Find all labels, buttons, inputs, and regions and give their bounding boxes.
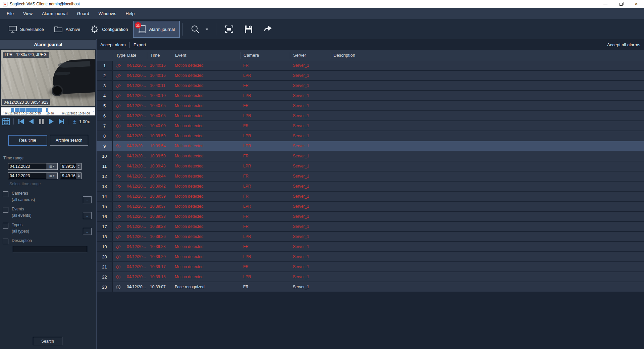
event-cell: Motion detected bbox=[172, 103, 240, 108]
date-cell: 04/12/20... bbox=[124, 214, 147, 219]
description-checkbox[interactable] bbox=[3, 239, 8, 244]
time-to-spinner[interactable] bbox=[76, 173, 81, 179]
timeline-scrubber[interactable]: ‹ › 04/12/2023 10:24:06 10:35 10:40 04/1… bbox=[1, 107, 95, 115]
fullscreen-button[interactable] bbox=[219, 21, 239, 38]
play-button[interactable] bbox=[47, 118, 55, 125]
alarm-journal-button[interactable]: 22 Alarm journal bbox=[133, 21, 180, 38]
time-cell: 10:39:37 bbox=[147, 204, 172, 209]
column-header-type[interactable]: Type bbox=[113, 52, 124, 59]
date-to-input[interactable]: 04.12.2023 ▦ ▾ bbox=[8, 172, 58, 179]
table-row[interactable]: 5!04/12/20...10:40:05Motion detectedFRSe… bbox=[97, 101, 644, 111]
date-cell: 04/12/20... bbox=[124, 164, 147, 168]
cameras-checkbox[interactable] bbox=[3, 191, 8, 197]
column-header-index[interactable] bbox=[97, 52, 113, 59]
column-header-server[interactable]: Server bbox=[290, 52, 330, 59]
time-cell: 10:39:59 bbox=[147, 134, 172, 138]
menu-view[interactable]: View bbox=[18, 8, 37, 19]
table-row[interactable]: 3!04/12/20...10:40:11Motion detectedFRSe… bbox=[97, 81, 644, 91]
camera-cell: FR bbox=[240, 154, 290, 158]
column-header-description[interactable]: Description bbox=[330, 52, 644, 59]
table-row[interactable]: 16!04/12/20...10:39:33Motion detectedFRS… bbox=[97, 212, 644, 222]
menu-guard[interactable]: Guard bbox=[72, 8, 94, 19]
table-row[interactable]: 8!04/12/20...10:39:59Motion detectedLPRS… bbox=[97, 131, 644, 141]
table-row[interactable]: 14!04/12/20...10:39:39Motion detectedFRS… bbox=[97, 192, 644, 202]
type-cell: ! bbox=[113, 235, 124, 239]
event-cell: Motion detected bbox=[172, 244, 240, 249]
events-checkbox[interactable] bbox=[3, 207, 8, 213]
table-row[interactable]: 4!04/12/20...10:40:10Motion detectedLPRS… bbox=[97, 91, 644, 101]
search-tool-button[interactable] bbox=[185, 21, 213, 38]
configuration-button[interactable]: Configuration bbox=[85, 21, 133, 38]
table-row[interactable]: 19!04/12/20...10:39:23Motion detectedFRS… bbox=[97, 242, 644, 252]
search-button[interactable]: Search bbox=[33, 337, 62, 345]
table-row[interactable]: 20!04/12/20...10:39:20Motion detectedLPR… bbox=[97, 252, 644, 262]
tab-archive-search[interactable]: Archive search bbox=[50, 135, 89, 146]
column-header-camera[interactable]: Camera bbox=[240, 52, 290, 59]
table-row[interactable]: 1!04/12/20...10:40:16Motion detectedFRSe… bbox=[97, 61, 644, 71]
skip-to-start-button[interactable] bbox=[17, 118, 25, 125]
table-row[interactable]: 17!04/12/20...10:39:28Motion detectedFRS… bbox=[97, 222, 644, 232]
time-from-spinner[interactable] bbox=[76, 163, 81, 169]
date-picker-dropdown-icon[interactable]: ▦ ▾ bbox=[46, 163, 57, 169]
timeline-scroll-left-icon[interactable]: ‹ bbox=[1, 107, 5, 115]
table-row[interactable]: 2!04/12/20...10:40:16Motion detectedLPRS… bbox=[97, 71, 644, 81]
search-icon bbox=[191, 24, 200, 34]
pause-button[interactable] bbox=[37, 118, 45, 125]
minimize-button[interactable]: — bbox=[598, 0, 613, 8]
time-to-input[interactable]: 9:49:16 bbox=[60, 172, 82, 179]
table-row[interactable]: 11!04/12/20...10:39:48Motion detectedLPR… bbox=[97, 161, 644, 171]
table-row[interactable]: 10!04/12/20...10:39:50Motion detectedFRS… bbox=[97, 151, 644, 161]
search-dropdown-caret-icon[interactable] bbox=[206, 29, 208, 30]
column-header-time[interactable]: Time bbox=[147, 52, 172, 59]
accept-alarm-button[interactable]: Accept alarm bbox=[97, 40, 129, 50]
description-input[interactable] bbox=[13, 246, 87, 252]
menu-help[interactable]: Help bbox=[121, 8, 139, 19]
accept-all-alarms-button[interactable]: Accept all alarms bbox=[607, 42, 644, 47]
cameras-more-button[interactable]: .. bbox=[83, 196, 92, 203]
table-row[interactable]: 9!04/12/20...10:39:54Motion detectedLPRS… bbox=[97, 141, 644, 151]
time-cell: 10:39:44 bbox=[147, 174, 172, 179]
menu-alarm-journal[interactable]: Alarm journal bbox=[37, 8, 72, 19]
column-header-event[interactable]: Event bbox=[172, 52, 240, 59]
table-row[interactable]: 7!04/12/20...10:40:00Motion detectedFRSe… bbox=[97, 121, 644, 131]
table-row[interactable]: 18!04/12/20...10:39:26Motion detectedLPR… bbox=[97, 232, 644, 242]
date-from-input[interactable]: 04.12.2023 ▦ ▾ bbox=[8, 163, 58, 170]
table-row[interactable]: 15!04/12/20...10:39:37Motion detectedLPR… bbox=[97, 202, 644, 212]
table-row[interactable]: 22!04/12/20...10:39:15Motion detectedLPR… bbox=[97, 272, 644, 282]
camera-cell: LPR bbox=[240, 164, 290, 168]
time-from-input[interactable]: 9:39:16 bbox=[60, 163, 82, 170]
date-picker-dropdown-icon[interactable]: ▦ ▾ bbox=[46, 173, 57, 179]
menu-file[interactable]: File bbox=[2, 8, 18, 19]
event-cell: Motion detected bbox=[172, 194, 240, 199]
timeline-scroll-right-icon[interactable]: › bbox=[91, 107, 95, 115]
types-more-button[interactable]: .. bbox=[83, 228, 92, 235]
close-button[interactable]: ✕ bbox=[629, 0, 644, 8]
events-more-button[interactable]: .. bbox=[83, 212, 92, 219]
menu-windows[interactable]: Windows bbox=[94, 8, 121, 19]
archive-label: Archive bbox=[66, 27, 80, 32]
skip-to-end-button[interactable] bbox=[57, 118, 65, 125]
table-row[interactable]: 21!04/12/20...10:39:17Motion detectedFRS… bbox=[97, 262, 644, 272]
export-button[interactable]: Export bbox=[130, 40, 150, 50]
step-back-button[interactable] bbox=[27, 118, 35, 125]
archive-button[interactable]: Archive bbox=[49, 21, 85, 38]
date-cell: 04/12/20... bbox=[124, 134, 147, 138]
share-button[interactable] bbox=[258, 21, 277, 38]
fullscreen-icon bbox=[224, 24, 234, 34]
video-preview[interactable]: LPR - 1280x720; JPEG 04/12/2023 10:39:54… bbox=[1, 50, 95, 106]
surveillance-button[interactable]: Surveillance bbox=[3, 21, 49, 38]
tab-real-time[interactable]: Real time bbox=[8, 135, 47, 146]
types-checkbox[interactable] bbox=[3, 223, 8, 229]
table-row[interactable]: 6!04/12/20...10:40:05Motion detectedLPRS… bbox=[97, 111, 644, 121]
column-header-date[interactable]: Date bbox=[124, 52, 147, 59]
table-row[interactable]: 23i04/12/20...10:39:07Face recognizedFRS… bbox=[97, 282, 644, 292]
save-button[interactable] bbox=[239, 21, 258, 38]
restore-button[interactable] bbox=[613, 0, 629, 8]
row-number: 23 bbox=[97, 282, 113, 292]
table-row[interactable]: 13!04/12/20...10:39:42Motion detectedLPR… bbox=[97, 182, 644, 192]
table-row[interactable]: 12!04/12/20...10:39:44Motion detectedFRS… bbox=[97, 171, 644, 182]
calendar-icon[interactable] bbox=[2, 117, 10, 126]
playback-speed-icon[interactable]: ± bbox=[73, 118, 76, 124]
alarm-type-icon: ! bbox=[116, 164, 121, 168]
sidebar: Alarm journal LPR - 1280x720; JPEG 04/12… bbox=[0, 39, 96, 349]
